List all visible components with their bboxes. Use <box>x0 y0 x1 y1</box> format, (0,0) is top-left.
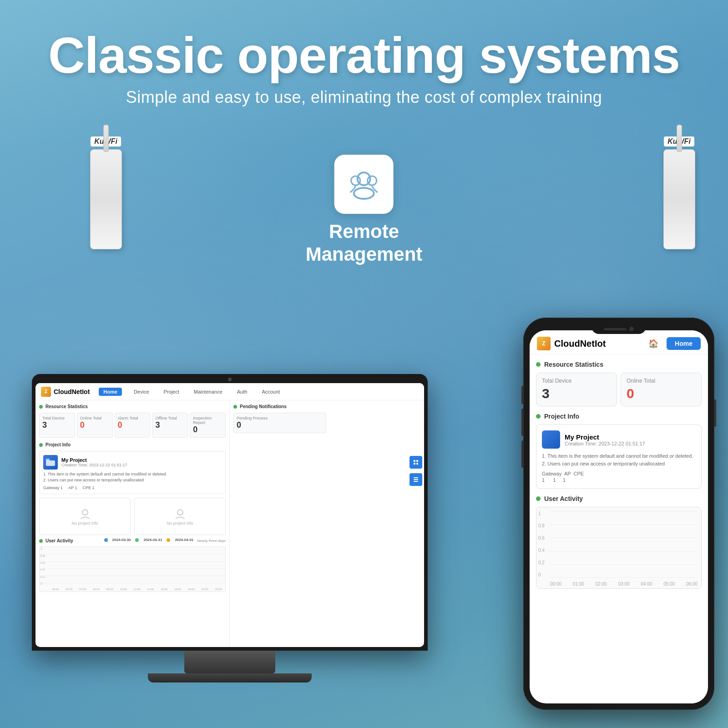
phone-chart-grid <box>549 511 698 577</box>
project-info-title: Project Info <box>39 442 226 447</box>
phone-app: Z CloudNetIot 🏠 Home Resource Statistics <box>530 330 708 703</box>
right-icon-btn-1[interactable] <box>410 456 422 469</box>
svg-rect-5 <box>46 459 50 461</box>
phone-project-box: My Project Creation Time: 2023-12-22 01:… <box>536 425 702 489</box>
svg-rect-8 <box>414 460 415 462</box>
phone-section-dot-1 <box>536 362 541 367</box>
svg-point-6 <box>82 510 88 515</box>
nav-home-btn[interactable]: Home <box>99 388 122 396</box>
monitor-screen: Z CloudNetIot Home Device Project Mainte… <box>32 374 428 651</box>
phone-vol-down-button <box>521 440 523 468</box>
phone-frame: Z CloudNetIot 🏠 Home Resource Statistics <box>523 318 714 710</box>
phone-container: Z CloudNetIot 🏠 Home Resource Statistics <box>523 318 714 710</box>
kuwfi-right-body <box>663 149 695 249</box>
phone-header-right: 🏠 Home <box>648 337 701 350</box>
section-dot-activity <box>39 539 43 543</box>
remote-management: Remote Management <box>306 155 423 266</box>
app-left: Resource Statistics Total Device 3 Onlin… <box>35 400 230 647</box>
stat-alarm-total: Alarm Total 0 <box>115 413 151 438</box>
activity-chart: 1 0.8 0.6 0.4 0.2 0 <box>39 546 226 592</box>
phone-project-footer: Gateway AP CPE <box>542 471 696 476</box>
resource-statistics-title: Resource Statistics <box>39 404 226 409</box>
svg-rect-13 <box>414 479 418 480</box>
phone-logo-icon: Z <box>537 337 551 350</box>
phone-stat-online-total: Online Total 0 <box>621 373 702 406</box>
kuwfi-left-body <box>90 149 122 249</box>
stat-total-device: Total Device 3 <box>39 413 75 438</box>
app-content: Resource Statistics Total Device 3 Onlin… <box>35 400 424 647</box>
sub-title: Simple and easy to use, eliminating the … <box>0 88 728 107</box>
stat-pending-process: Pending Process 0 <box>233 413 326 433</box>
phone-section-dot-3 <box>536 496 541 501</box>
phone-project-header: My Project Creation Time: 2023-12-22 01:… <box>542 430 696 449</box>
no-project-box-2: No project info <box>134 498 226 535</box>
legend-dot-3 <box>167 538 170 542</box>
no-project-grid: No project info No project info <box>39 498 226 535</box>
grid-line-1 <box>40 554 225 555</box>
project-icon <box>43 455 58 470</box>
stat-online-total: Online Total 0 <box>77 413 113 438</box>
monitor-inner: Z CloudNetIot Home Device Project Mainte… <box>35 383 424 647</box>
right-icon-buttons <box>410 456 422 488</box>
right-icon-btn-2[interactable] <box>410 473 422 486</box>
header-section: Classic operating systems Simple and eas… <box>0 27 728 107</box>
device-right: KuWFi <box>657 136 701 249</box>
phone-resource-title: Resource Statistics <box>536 361 702 368</box>
stats-row: Total Device 3 Online Total 0 Alarm Tota… <box>39 413 226 438</box>
remote-icon-box <box>334 155 394 214</box>
phone-home-btn[interactable]: Home <box>667 337 701 350</box>
phone-logo: Z CloudNetIot <box>537 337 606 350</box>
no-project-box-1: No project info <box>39 498 131 535</box>
main-title: Classic operating systems <box>0 27 728 83</box>
remote-management-icon <box>346 166 382 202</box>
phone-chart-area: 1 0.8 0.6 0.4 0.2 0 <box>536 507 702 589</box>
monitor-stand <box>184 651 275 673</box>
logo-icon: Z <box>41 387 51 397</box>
project-info-box: My Project Creation Time: 2023-12-22 01:… <box>39 451 226 494</box>
desktop-app: Z CloudNetIot Home Device Project Mainte… <box>35 383 424 647</box>
pending-title: Pending Notifications <box>233 404 420 409</box>
chart-legend-row: 2024-03-30 2024-03-31 2024-04-01 Nearly … <box>104 538 226 544</box>
app-header: Z CloudNetIot Home Device Project Mainte… <box>35 383 424 400</box>
app-logo: Z CloudNetIot <box>41 387 90 397</box>
monitor-container: Z CloudNetIot Home Device Project Mainte… <box>32 374 428 682</box>
phone-notch <box>592 324 646 334</box>
phone-speaker <box>604 328 627 330</box>
svg-rect-10 <box>414 463 415 465</box>
nav-project[interactable]: Project <box>161 388 182 396</box>
grid-line-4 <box>40 576 225 576</box>
monitor-base <box>148 673 312 682</box>
device-right-antenna <box>677 125 682 152</box>
nav-auth[interactable]: Auth <box>234 388 250 396</box>
phone-project-desc: 1. This item is the system default and c… <box>542 452 696 467</box>
chart-legend: 2024-03-30 2024-03-31 2024-04-01 <box>104 538 194 542</box>
phone-project-info: My Project Creation Time: 2023-12-22 01:… <box>565 433 645 446</box>
chart-y-labels: 1 0.8 0.6 0.4 0.2 0 <box>40 547 45 585</box>
user-activity-title: User Activity <box>39 538 73 543</box>
nav-device[interactable]: Device <box>131 388 152 396</box>
phone-project-values: 1 1 1 <box>542 477 696 483</box>
project-footer: Gateway 1 AP 1 CPE 1 <box>43 485 222 490</box>
nav-maintenance[interactable]: Maintenance <box>191 388 225 396</box>
svg-point-2 <box>351 176 360 185</box>
nav-account[interactable]: Account <box>259 388 283 396</box>
device-left: KuWFi <box>84 136 127 249</box>
phone-home-icon: 🏠 <box>648 339 658 349</box>
phone-chart-x-labels: 00:00 01:00 02:00 03:00 04:00 05:00 06:0… <box>550 581 698 586</box>
svg-point-7 <box>177 510 183 515</box>
stat-inspection-report: Inspection Report 0 <box>190 413 226 438</box>
remote-label: Remote Management <box>306 220 423 266</box>
phone-power-button <box>714 399 716 427</box>
svg-rect-14 <box>414 481 418 482</box>
phone-stat-total-device: Total Device 3 <box>536 373 617 406</box>
svg-rect-12 <box>414 477 418 478</box>
grid-line-3 <box>40 568 225 569</box>
phone-user-activity-title: User Activity <box>536 495 702 502</box>
phone-chart-y-labels: 1 0.8 0.6 0.4 0.2 0 <box>538 511 545 577</box>
phone-stats-grid: Total Device 3 Online Total 0 <box>536 373 702 406</box>
svg-rect-9 <box>416 460 418 462</box>
user-activity-section: User Activity 2024-03-30 2024-03-31 <box>39 538 226 592</box>
project-header-row: My Project Creation Time: 2023-12-22 01:… <box>43 455 222 470</box>
device-left-antenna <box>103 125 109 152</box>
activity-header: User Activity 2024-03-30 2024-03-31 <box>39 538 226 544</box>
